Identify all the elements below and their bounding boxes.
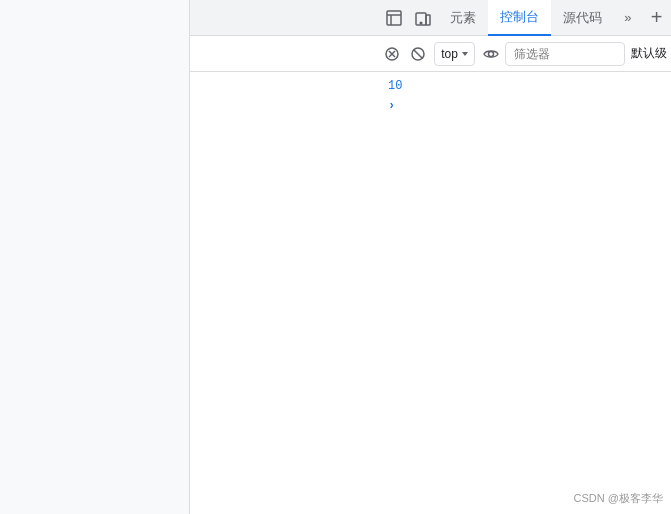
device-toggle-icon[interactable] bbox=[409, 0, 438, 36]
add-tab-button[interactable]: + bbox=[642, 0, 671, 36]
filter-input[interactable] bbox=[505, 42, 625, 66]
svg-rect-2 bbox=[426, 15, 430, 25]
line-number-1: 10 bbox=[388, 77, 408, 95]
chevron-down-icon bbox=[462, 52, 468, 56]
console-line-2: › bbox=[380, 96, 671, 116]
block-icon[interactable] bbox=[406, 40, 430, 68]
inspect-icon[interactable] bbox=[380, 0, 409, 36]
left-panel bbox=[0, 0, 190, 514]
tab-console[interactable]: 控制台 bbox=[488, 0, 551, 36]
more-tabs-button[interactable]: » bbox=[614, 0, 643, 36]
toolbar: top 默认级 bbox=[190, 36, 671, 72]
main-area: 元素 控制台 源代码 » + bbox=[190, 0, 671, 514]
context-selector[interactable]: top bbox=[434, 42, 475, 66]
console-content: 10 › bbox=[190, 72, 671, 472]
expand-arrow[interactable]: › bbox=[388, 97, 395, 115]
tab-elements[interactable]: 元素 bbox=[438, 0, 488, 36]
tab-sources[interactable]: 源代码 bbox=[551, 0, 614, 36]
console-line-1: 10 bbox=[380, 76, 671, 96]
log-level-label[interactable]: 默认级 bbox=[631, 45, 667, 62]
svg-point-6 bbox=[488, 51, 493, 56]
clear-console-button[interactable] bbox=[380, 40, 404, 68]
tab-bar: 元素 控制台 源代码 » + bbox=[190, 0, 671, 36]
svg-rect-0 bbox=[387, 11, 401, 25]
watermark: CSDN @极客李华 bbox=[574, 491, 663, 506]
svg-point-3 bbox=[420, 22, 422, 24]
live-expressions-button[interactable] bbox=[479, 40, 503, 68]
